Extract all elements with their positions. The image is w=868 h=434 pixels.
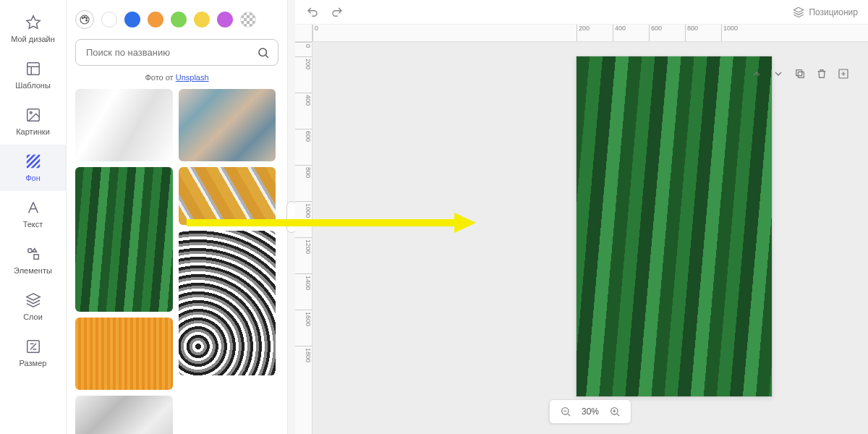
- zoom-level: 30%: [582, 407, 599, 417]
- bg-thumb-gray3d[interactable]: [75, 396, 173, 434]
- nav-label: Картинки: [16, 127, 50, 136]
- credit-link[interactable]: Unsplash: [176, 73, 209, 82]
- ruler-tick: 0: [295, 42, 312, 56]
- nav-elements[interactable]: Элементы: [0, 237, 66, 284]
- nav-label: Фон: [25, 174, 41, 182]
- artboard-background: [576, 56, 772, 396]
- ruler-tick: 1000: [295, 201, 312, 237]
- color-swatches: [75, 10, 278, 29]
- ruler-tick: 800: [685, 25, 721, 41]
- swatch-blue[interactable]: [124, 12, 140, 27]
- positioning-button[interactable]: Позиционир: [793, 7, 858, 18]
- move-up-button[interactable]: [749, 67, 764, 81]
- layers-icon: [793, 7, 804, 18]
- redo-button[interactable]: [330, 5, 344, 20]
- svg-point-9: [82, 17, 83, 19]
- svg-marker-6: [26, 294, 39, 300]
- zoom-out-button[interactable]: [558, 404, 573, 419]
- left-nav: Мой дизайн Шаблоны Картинки Фон Текст: [0, 0, 67, 434]
- add-button[interactable]: [836, 67, 851, 81]
- ruler-horizontal: 0 200 400 600 800 1000: [312, 25, 868, 42]
- nav-templates[interactable]: Шаблоны: [0, 52, 66, 98]
- undo-button[interactable]: [305, 5, 320, 20]
- nav-my-design[interactable]: Мой дизайн: [0, 6, 66, 52]
- layers-icon: [25, 292, 41, 308]
- credit-prefix: Фото от: [145, 73, 175, 82]
- search-box: [75, 39, 278, 66]
- panel-divider: [288, 0, 295, 434]
- duplicate-button[interactable]: [793, 67, 807, 81]
- move-down-button[interactable]: [771, 67, 786, 81]
- photo-credit: Фото от Unsplash: [75, 73, 278, 82]
- zoom-in-button[interactable]: [608, 404, 622, 419]
- swatch-yellow[interactable]: [194, 12, 210, 27]
- bg-thumb-orange[interactable]: [75, 318, 173, 390]
- canvas-viewport[interactable]: 30%: [312, 42, 868, 434]
- ruler-tick: 1800: [295, 346, 312, 382]
- ruler-tick: 600: [649, 25, 685, 41]
- ruler-tick: 400: [295, 93, 312, 129]
- nav-label: Мой дизайн: [11, 35, 55, 43]
- svg-rect-16: [796, 70, 802, 76]
- ruler-tick: 200: [576, 25, 613, 41]
- search-icon[interactable]: [257, 46, 270, 59]
- nav-label: Текст: [23, 220, 43, 229]
- stage: Позиционир 0 200 400 600 800 1000 0 200 …: [295, 0, 868, 434]
- text-icon: [25, 200, 41, 216]
- zoom-bar: 30%: [549, 399, 631, 424]
- ruler-tick: 1400: [295, 273, 312, 310]
- ruler-tick: 800: [295, 165, 312, 201]
- nav-layers[interactable]: Слои: [0, 284, 66, 330]
- search-input[interactable]: [75, 39, 278, 66]
- svg-marker-14: [794, 7, 804, 12]
- swatch-green[interactable]: [171, 12, 187, 27]
- svg-point-4: [27, 249, 32, 253]
- star-icon: [25, 14, 41, 30]
- canvas-artboard[interactable]: [576, 56, 772, 396]
- nav-label: Слои: [23, 312, 43, 321]
- ruler-tick: 200: [295, 56, 312, 93]
- nav-images[interactable]: Картинки: [0, 98, 66, 145]
- workspace: 0 200 400 600 800 1000 0 200 400 600 800…: [295, 25, 868, 434]
- positioning-label: Позиционир: [809, 7, 858, 17]
- color-picker-button[interactable]: [75, 10, 94, 29]
- svg-point-12: [86, 20, 88, 21]
- bg-thumb-white-weave[interactable]: [75, 89, 173, 161]
- ruler-vertical: 0 200 400 600 800 1000 1200 1400 1600 18…: [295, 42, 312, 434]
- svg-point-3: [30, 111, 32, 114]
- object-toolbar: [749, 67, 851, 81]
- background-panel: Фото от Unsplash: [67, 0, 288, 434]
- swatch-orange[interactable]: [148, 12, 163, 27]
- ruler-tick: 0: [312, 25, 576, 41]
- nav-background[interactable]: Фон: [0, 145, 66, 191]
- swatch-white[interactable]: [101, 12, 117, 27]
- ruler-tick: 600: [295, 129, 312, 165]
- ruler-tick: 1000: [721, 25, 757, 41]
- bg-thumb-hex[interactable]: [179, 167, 276, 225]
- svg-rect-15: [798, 72, 804, 77]
- swatch-transparent[interactable]: [240, 12, 256, 27]
- nav-text[interactable]: Текст: [0, 191, 66, 237]
- ruler-tick: 1600: [295, 310, 312, 346]
- nav-size[interactable]: Размер: [0, 330, 66, 376]
- thumbnails-scroll[interactable]: [75, 89, 278, 434]
- bg-thumb-tiles[interactable]: [179, 89, 276, 161]
- nav-label: Размер: [20, 359, 47, 367]
- svg-point-10: [84, 17, 85, 18]
- ruler-tick: 1200: [295, 237, 312, 273]
- svg-marker-0: [26, 16, 39, 28]
- canvas-topbar: Позиционир: [295, 0, 868, 25]
- resize-icon: [25, 339, 41, 354]
- ruler-corner: [295, 25, 312, 42]
- bg-thumb-leaves[interactable]: [75, 167, 173, 312]
- nav-label: Шаблоны: [15, 81, 51, 90]
- swatch-purple[interactable]: [217, 12, 233, 27]
- svg-point-13: [259, 48, 267, 56]
- svg-point-11: [86, 17, 88, 19]
- delete-button[interactable]: [814, 67, 829, 81]
- templates-icon: [25, 61, 41, 77]
- background-icon: [25, 153, 41, 169]
- bg-thumb-swirl[interactable]: [179, 231, 276, 375]
- ruler-tick: 400: [613, 25, 649, 41]
- image-icon: [25, 107, 41, 123]
